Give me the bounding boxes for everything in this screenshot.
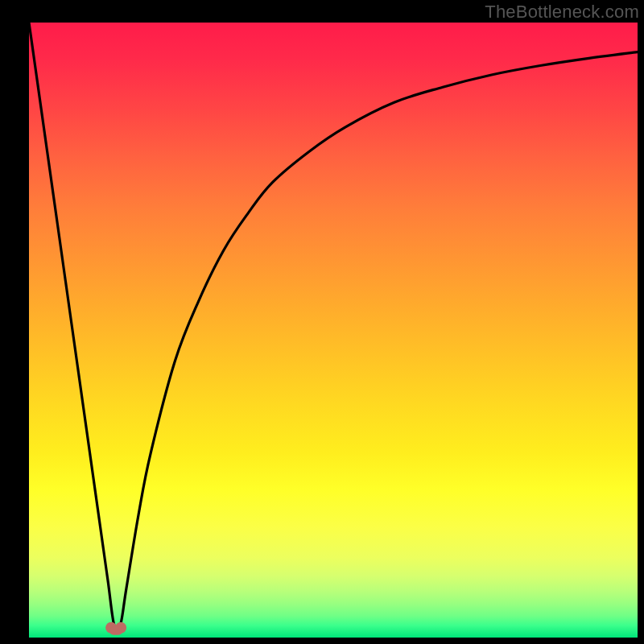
svg-rect-2 — [109, 627, 122, 635]
watermark-text: TheBottleneck.com — [485, 2, 639, 23]
plot-area — [29, 23, 638, 638]
curve-layer — [29, 23, 638, 638]
chart-frame: TheBottleneck.com — [0, 0, 644, 644]
bottleneck-curve — [29, 23, 638, 630]
minimum-marker — [105, 622, 126, 635]
